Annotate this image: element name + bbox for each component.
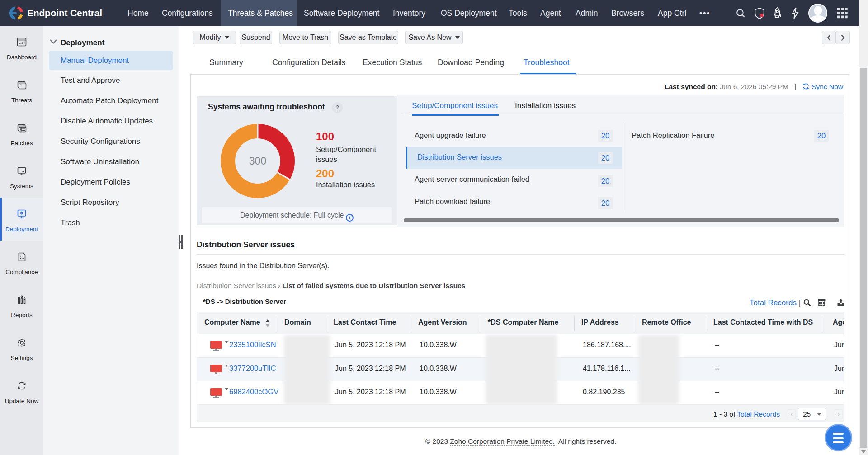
svg-text:300: 300 (249, 155, 266, 167)
